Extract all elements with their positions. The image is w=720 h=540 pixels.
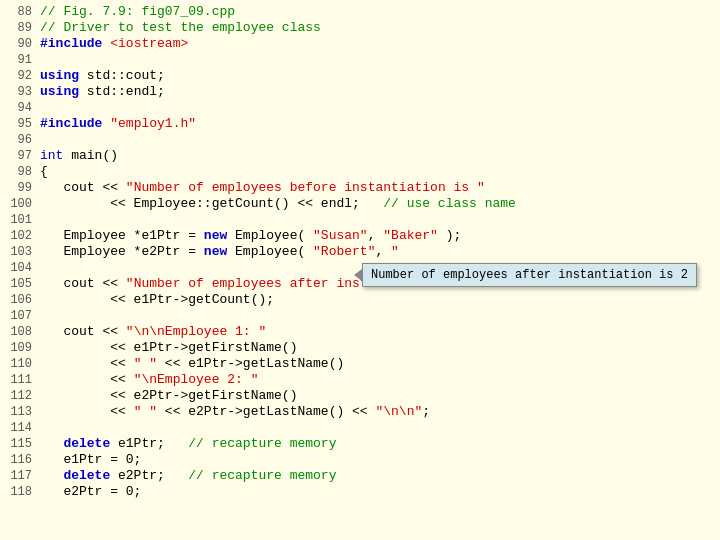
code-content: e1Ptr = 0; [40, 452, 141, 468]
line-number: 103 [4, 244, 32, 260]
code-line: 110 << " " << e1Ptr->getLastName() [0, 356, 720, 372]
code-line: 95#include "employ1.h" [0, 116, 720, 132]
code-line: 102 Employee *e1Ptr = new Employee( "Sus… [0, 228, 720, 244]
line-number: 99 [4, 180, 32, 196]
code-line: 96 [0, 132, 720, 148]
line-number: 109 [4, 340, 32, 356]
line-number: 117 [4, 468, 32, 484]
code-line: 118 e2Ptr = 0; [0, 484, 720, 500]
code-content: << e1Ptr->getFirstName() [40, 340, 297, 356]
code-line: 116 e1Ptr = 0; [0, 452, 720, 468]
line-number: 112 [4, 388, 32, 404]
code-line: 101 [0, 212, 720, 228]
code-line: 98{ [0, 164, 720, 180]
code-content: #include <iostream> [40, 36, 188, 52]
code-line: 92using std::cout; [0, 68, 720, 84]
code-content: e2Ptr = 0; [40, 484, 141, 500]
code-line: 89// Driver to test the employee class [0, 20, 720, 36]
line-number: 105 [4, 276, 32, 292]
code-line: 117 delete e2Ptr; // recapture memory [0, 468, 720, 484]
line-number: 111 [4, 372, 32, 388]
code-content: delete e1Ptr; // recapture memory [40, 436, 336, 452]
line-number: 113 [4, 404, 32, 420]
code-content: delete e2Ptr; // recapture memory [40, 468, 336, 484]
line-number: 89 [4, 20, 32, 36]
line-number: 115 [4, 436, 32, 452]
line-number: 108 [4, 324, 32, 340]
code-line: 106 << e1Ptr->getCount(); [0, 292, 720, 308]
tooltip: Number of employees after instantiation … [362, 263, 697, 287]
code-content: << "\nEmployee 2: " [40, 372, 258, 388]
code-content: << e2Ptr->getFirstName() [40, 388, 297, 404]
code-content: Employee *e1Ptr = new Employee( "Susan",… [40, 228, 461, 244]
code-content: using std::cout; [40, 68, 165, 84]
code-line: 111 << "\nEmployee 2: " [0, 372, 720, 388]
code-line: 88// Fig. 7.9: fig07_09.cpp [0, 4, 720, 20]
line-number: 101 [4, 212, 32, 228]
line-number: 88 [4, 4, 32, 20]
code-line: 107 [0, 308, 720, 324]
code-line: 99 cout << "Number of employees before i… [0, 180, 720, 196]
line-number: 95 [4, 116, 32, 132]
line-number: 106 [4, 292, 32, 308]
code-content: #include "employ1.h" [40, 116, 196, 132]
code-content: << " " << e2Ptr->getLastName() << "\n\n"… [40, 404, 430, 420]
line-number: 91 [4, 52, 32, 68]
code-content: << e1Ptr->getCount(); [40, 292, 274, 308]
line-number: 90 [4, 36, 32, 52]
code-line: 108 cout << "\n\nEmployee 1: " [0, 324, 720, 340]
code-line: 97int main() [0, 148, 720, 164]
line-number: 96 [4, 132, 32, 148]
tooltip-arrow-icon [354, 269, 362, 281]
code-content: int main() [40, 148, 118, 164]
code-line: 114 [0, 420, 720, 436]
line-number: 102 [4, 228, 32, 244]
line-number: 98 [4, 164, 32, 180]
line-number: 93 [4, 84, 32, 100]
line-number: 110 [4, 356, 32, 372]
code-content: using std::endl; [40, 84, 165, 100]
code-line: 93using std::endl; [0, 84, 720, 100]
code-line: 113 << " " << e2Ptr->getLastName() << "\… [0, 404, 720, 420]
code-content: << Employee::getCount() << endl; // use … [40, 196, 516, 212]
line-number: 100 [4, 196, 32, 212]
code-line: 115 delete e1Ptr; // recapture memory [0, 436, 720, 452]
line-number: 94 [4, 100, 32, 116]
line-number: 116 [4, 452, 32, 468]
code-line: 90#include <iostream> [0, 36, 720, 52]
line-number: 104 [4, 260, 32, 276]
code-content: { [40, 164, 48, 180]
code-content: // Driver to test the employee class [40, 20, 321, 36]
code-line: 94 [0, 100, 720, 116]
code-content: << " " << e1Ptr->getLastName() [40, 356, 344, 372]
code-editor: 88// Fig. 7.9: fig07_09.cpp89// Driver t… [0, 0, 720, 540]
code-line: 103 Employee *e2Ptr = new Employee( "Rob… [0, 244, 720, 260]
line-number: 114 [4, 420, 32, 436]
code-line: 91 [0, 52, 720, 68]
line-number: 118 [4, 484, 32, 500]
line-number: 92 [4, 68, 32, 84]
code-content: // Fig. 7.9: fig07_09.cpp [40, 4, 235, 20]
code-line: 112 << e2Ptr->getFirstName() [0, 388, 720, 404]
code-content: cout << "\n\nEmployee 1: " [40, 324, 266, 340]
line-number: 107 [4, 308, 32, 324]
code-content: cout << "Number of employees before inst… [40, 180, 485, 196]
line-number: 97 [4, 148, 32, 164]
code-line: 100 << Employee::getCount() << endl; // … [0, 196, 720, 212]
code-content: Employee *e2Ptr = new Employee( "Robert"… [40, 244, 399, 260]
code-line: 109 << e1Ptr->getFirstName() [0, 340, 720, 356]
